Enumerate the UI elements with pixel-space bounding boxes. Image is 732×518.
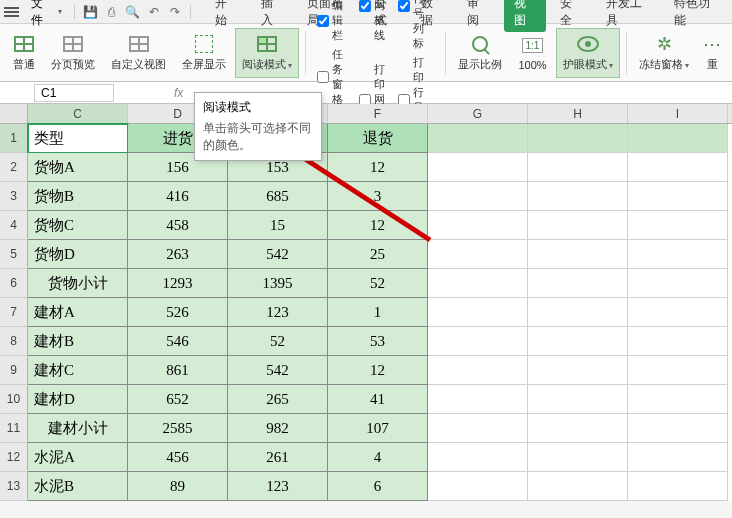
- row-header[interactable]: 7: [0, 298, 28, 327]
- cell[interactable]: [528, 472, 628, 501]
- cell[interactable]: [628, 153, 728, 182]
- cell[interactable]: [428, 153, 528, 182]
- cell[interactable]: [528, 153, 628, 182]
- formula-bar-checkbox[interactable]: 编辑栏: [317, 0, 344, 43]
- cell[interactable]: 41: [328, 385, 428, 414]
- name-box-input[interactable]: [34, 84, 114, 102]
- zoom-button[interactable]: 显示比例: [451, 28, 509, 78]
- redo-icon[interactable]: ↷: [165, 2, 184, 22]
- cell[interactable]: 12: [328, 211, 428, 240]
- cell[interactable]: 546: [128, 327, 228, 356]
- cell[interactable]: 建材小计: [28, 414, 128, 443]
- fullscreen-button[interactable]: 全屏显示: [175, 28, 233, 78]
- row-header[interactable]: 5: [0, 240, 28, 269]
- cell[interactable]: 类型: [28, 124, 128, 153]
- cell[interactable]: [428, 298, 528, 327]
- show-headings-checkbox[interactable]: 显示行号列标: [398, 0, 432, 51]
- cell[interactable]: 107: [328, 414, 428, 443]
- cell[interactable]: 542: [228, 240, 328, 269]
- cell[interactable]: [628, 124, 728, 153]
- cell[interactable]: [428, 124, 528, 153]
- cell[interactable]: [428, 385, 528, 414]
- cell[interactable]: 货物A: [28, 153, 128, 182]
- eyecare-button[interactable]: 护眼模式▾: [556, 28, 620, 78]
- row-header[interactable]: 10: [0, 385, 28, 414]
- fx-icon[interactable]: fx: [174, 86, 183, 100]
- cell[interactable]: 542: [228, 356, 328, 385]
- cell[interactable]: 52: [228, 327, 328, 356]
- cell[interactable]: 建材B: [28, 327, 128, 356]
- cell[interactable]: 退货: [328, 124, 428, 153]
- cell[interactable]: 265: [228, 385, 328, 414]
- row-header[interactable]: 1: [0, 124, 28, 153]
- cell[interactable]: 25: [328, 240, 428, 269]
- cell[interactable]: 123: [228, 472, 328, 501]
- select-all-corner[interactable]: [0, 104, 28, 123]
- row-header[interactable]: 11: [0, 414, 28, 443]
- reading-mode-button[interactable]: 阅读模式▾: [235, 28, 299, 78]
- cell[interactable]: 建材A: [28, 298, 128, 327]
- cell[interactable]: [428, 269, 528, 298]
- cell[interactable]: [628, 298, 728, 327]
- cell[interactable]: 15: [228, 211, 328, 240]
- cell[interactable]: [628, 240, 728, 269]
- row-header[interactable]: 2: [0, 153, 28, 182]
- cell[interactable]: 261: [228, 443, 328, 472]
- row-header[interactable]: 4: [0, 211, 28, 240]
- cell[interactable]: [528, 269, 628, 298]
- cell[interactable]: [628, 414, 728, 443]
- cell[interactable]: [628, 211, 728, 240]
- more-button[interactable]: ⋯ 重: [698, 28, 726, 78]
- cell[interactable]: 1293: [128, 269, 228, 298]
- cell[interactable]: [628, 472, 728, 501]
- row-header[interactable]: 8: [0, 327, 28, 356]
- freeze-panes-button[interactable]: ✲ 冻结窗格▾: [632, 28, 696, 78]
- cell[interactable]: [528, 182, 628, 211]
- cell[interactable]: 货物D: [28, 240, 128, 269]
- row-header[interactable]: 6: [0, 269, 28, 298]
- cell[interactable]: 货物B: [28, 182, 128, 211]
- app-menu-icon[interactable]: [4, 4, 19, 20]
- cell[interactable]: 12: [328, 153, 428, 182]
- cell[interactable]: 526: [128, 298, 228, 327]
- cell[interactable]: 建材C: [28, 356, 128, 385]
- cell[interactable]: [428, 211, 528, 240]
- cell[interactable]: [628, 327, 728, 356]
- cell[interactable]: [528, 211, 628, 240]
- row-header[interactable]: 13: [0, 472, 28, 501]
- cell[interactable]: [428, 356, 528, 385]
- col-header-G[interactable]: G: [428, 104, 528, 123]
- cell[interactable]: [528, 327, 628, 356]
- cell[interactable]: [528, 298, 628, 327]
- cell[interactable]: [628, 356, 728, 385]
- show-gridlines-checkbox[interactable]: 显示网格线: [359, 0, 389, 51]
- cell[interactable]: 652: [128, 385, 228, 414]
- row-header[interactable]: 3: [0, 182, 28, 211]
- cell[interactable]: 1395: [228, 269, 328, 298]
- cell[interactable]: 6: [328, 472, 428, 501]
- cell[interactable]: [528, 385, 628, 414]
- cell[interactable]: 416: [128, 182, 228, 211]
- preview-icon[interactable]: 🔍: [123, 2, 142, 22]
- cell[interactable]: 货物C: [28, 211, 128, 240]
- row-header[interactable]: 12: [0, 443, 28, 472]
- col-header-F[interactable]: F: [328, 104, 428, 123]
- cell[interactable]: 货物小计: [28, 269, 128, 298]
- cell[interactable]: 89: [128, 472, 228, 501]
- cell[interactable]: [428, 240, 528, 269]
- cell[interactable]: [628, 182, 728, 211]
- cell[interactable]: 52: [328, 269, 428, 298]
- cell[interactable]: [628, 269, 728, 298]
- undo-icon[interactable]: ↶: [144, 2, 163, 22]
- cell[interactable]: 861: [128, 356, 228, 385]
- cell[interactable]: [428, 182, 528, 211]
- cell[interactable]: 685: [228, 182, 328, 211]
- cell[interactable]: 水泥B: [28, 472, 128, 501]
- cell[interactable]: [528, 240, 628, 269]
- view-normal-button[interactable]: 普通: [6, 28, 42, 78]
- cell[interactable]: [428, 472, 528, 501]
- cell[interactable]: 12: [328, 356, 428, 385]
- cell[interactable]: 53: [328, 327, 428, 356]
- cell[interactable]: 123: [228, 298, 328, 327]
- cell[interactable]: [628, 443, 728, 472]
